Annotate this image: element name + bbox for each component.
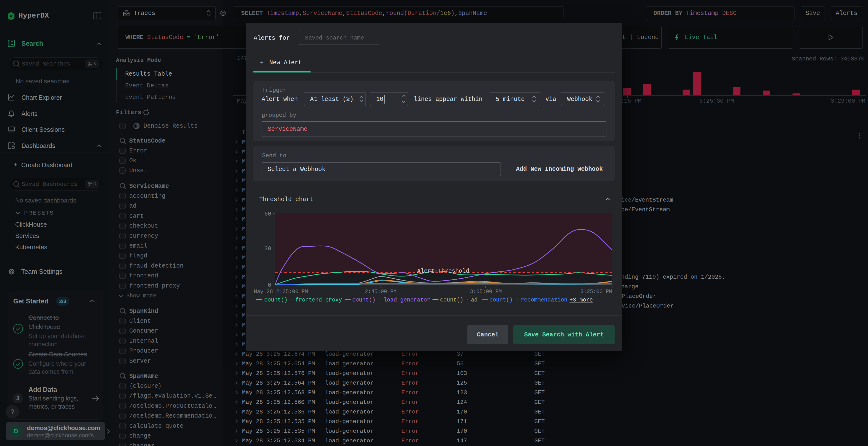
svg-text:3:25:00 PM: 3:25:00 PM <box>580 289 612 295</box>
svg-text:Alert Threshold: Alert Threshold <box>417 268 469 274</box>
svg-text:0: 0 <box>268 282 271 288</box>
svg-text:3:05:00 PM: 3:05:00 PM <box>470 289 502 295</box>
svg-text:2:45:00 PM: 2:45:00 PM <box>365 289 397 295</box>
svg-text:60: 60 <box>264 211 271 217</box>
svg-text:30: 30 <box>264 245 271 252</box>
svg-text:May 28 2:25:00 PM: May 28 2:25:00 PM <box>254 289 308 295</box>
